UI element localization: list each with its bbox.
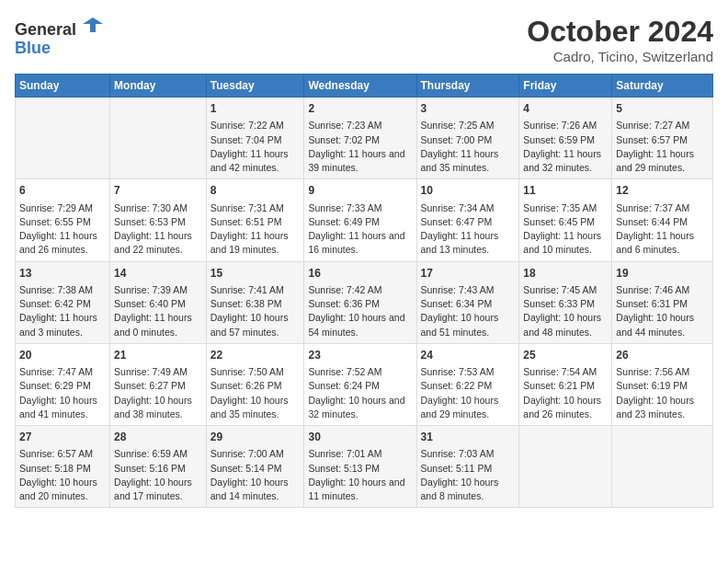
page-title: October 2024	[527, 15, 713, 49]
day-content: Sunrise: 6:59 AM Sunset: 5:16 PM Dayligh…	[114, 447, 202, 503]
day-number: 2	[308, 101, 412, 117]
day-number: 7	[114, 183, 202, 199]
day-content: Sunrise: 7:31 AM Sunset: 6:51 PM Dayligh…	[210, 201, 301, 258]
day-content: Sunrise: 7:47 AM Sunset: 6:29 PM Dayligh…	[19, 365, 106, 421]
day-number: 13	[19, 266, 106, 282]
calendar-cell: 25Sunrise: 7:54 AM Sunset: 6:21 PM Dayli…	[519, 343, 612, 425]
logo-blue: Blue	[15, 39, 51, 57]
calendar-cell: 27Sunrise: 6:57 AM Sunset: 5:18 PM Dayli…	[16, 426, 110, 508]
calendar-cell: 18Sunrise: 7:45 AM Sunset: 6:33 PM Dayli…	[519, 261, 612, 343]
day-number: 26	[616, 348, 709, 363]
day-number: 27	[19, 430, 106, 445]
calendar-cell: 13Sunrise: 7:38 AM Sunset: 6:42 PM Dayli…	[16, 261, 110, 343]
day-content: Sunrise: 6:57 AM Sunset: 5:18 PM Dayligh…	[19, 447, 106, 503]
day-number: 18	[523, 266, 608, 282]
calendar-cell: 4Sunrise: 7:26 AM Sunset: 6:59 PM Daylig…	[519, 98, 612, 179]
calendar-cell	[612, 426, 713, 508]
calendar-cell: 23Sunrise: 7:52 AM Sunset: 6:24 PM Dayli…	[304, 343, 416, 425]
day-content: Sunrise: 7:34 AM Sunset: 6:47 PM Dayligh…	[421, 201, 516, 258]
logo-general: General	[15, 20, 76, 39]
day-content: Sunrise: 7:39 AM Sunset: 6:40 PM Dayligh…	[114, 283, 202, 339]
calendar-cell: 30Sunrise: 7:01 AM Sunset: 5:13 PM Dayli…	[304, 426, 416, 508]
title-block: October 2024 Cadro, Ticino, Switzerland	[527, 15, 713, 64]
day-content: Sunrise: 7:30 AM Sunset: 6:53 PM Dayligh…	[114, 201, 202, 258]
calendar-cell: 17Sunrise: 7:43 AM Sunset: 6:34 PM Dayli…	[416, 261, 519, 343]
day-number: 1	[210, 101, 301, 117]
day-number: 16	[308, 266, 412, 282]
day-content: Sunrise: 7:33 AM Sunset: 6:49 PM Dayligh…	[308, 201, 412, 258]
day-content: Sunrise: 7:46 AM Sunset: 6:31 PM Dayligh…	[616, 283, 709, 339]
calendar-cell: 3Sunrise: 7:25 AM Sunset: 7:00 PM Daylig…	[416, 98, 519, 179]
day-content: Sunrise: 7:27 AM Sunset: 6:57 PM Dayligh…	[616, 119, 709, 175]
calendar-week-row: 13Sunrise: 7:38 AM Sunset: 6:42 PM Dayli…	[16, 261, 713, 343]
day-content: Sunrise: 7:25 AM Sunset: 7:00 PM Dayligh…	[421, 119, 516, 175]
day-content: Sunrise: 7:41 AM Sunset: 6:38 PM Dayligh…	[210, 283, 301, 339]
day-content: Sunrise: 7:23 AM Sunset: 7:02 PM Dayligh…	[308, 119, 412, 175]
day-number: 20	[19, 348, 106, 363]
day-number: 31	[421, 430, 516, 445]
day-content: Sunrise: 7:43 AM Sunset: 6:34 PM Dayligh…	[421, 283, 516, 339]
day-content: Sunrise: 7:54 AM Sunset: 6:21 PM Dayligh…	[523, 365, 608, 421]
calendar-cell: 20Sunrise: 7:47 AM Sunset: 6:29 PM Dayli…	[16, 343, 110, 425]
day-number: 6	[19, 183, 106, 199]
day-number: 28	[114, 430, 202, 445]
calendar-table: SundayMondayTuesdayWednesdayThursdayFrid…	[15, 74, 713, 508]
day-number: 21	[114, 348, 202, 363]
day-content: Sunrise: 7:35 AM Sunset: 6:45 PM Dayligh…	[523, 201, 608, 258]
day-content: Sunrise: 7:45 AM Sunset: 6:33 PM Dayligh…	[523, 283, 608, 339]
day-number: 5	[616, 101, 709, 117]
calendar-cell: 11Sunrise: 7:35 AM Sunset: 6:45 PM Dayli…	[519, 179, 612, 261]
day-content: Sunrise: 7:03 AM Sunset: 5:11 PM Dayligh…	[421, 447, 516, 503]
day-number: 9	[308, 183, 412, 199]
calendar-cell: 8Sunrise: 7:31 AM Sunset: 6:51 PM Daylig…	[206, 179, 304, 261]
day-content: Sunrise: 7:01 AM Sunset: 5:13 PM Dayligh…	[308, 447, 412, 503]
day-number: 23	[308, 348, 412, 363]
calendar-cell: 12Sunrise: 7:37 AM Sunset: 6:44 PM Dayli…	[612, 179, 713, 261]
day-number: 24	[421, 348, 516, 363]
calendar-cell: 10Sunrise: 7:34 AM Sunset: 6:47 PM Dayli…	[416, 179, 519, 261]
col-header-friday: Friday	[519, 75, 612, 98]
logo-line1: General	[15, 15, 103, 40]
calendar-cell	[110, 98, 207, 179]
day-number: 19	[616, 266, 709, 282]
calendar-cell: 19Sunrise: 7:46 AM Sunset: 6:31 PM Dayli…	[612, 261, 713, 343]
calendar-cell: 14Sunrise: 7:39 AM Sunset: 6:40 PM Dayli…	[110, 261, 207, 343]
calendar-cell: 15Sunrise: 7:41 AM Sunset: 6:38 PM Dayli…	[206, 261, 304, 343]
logo: General Blue	[15, 15, 103, 58]
day-content: Sunrise: 7:50 AM Sunset: 6:26 PM Dayligh…	[210, 365, 301, 421]
day-number: 22	[210, 348, 301, 363]
day-content: Sunrise: 7:52 AM Sunset: 6:24 PM Dayligh…	[308, 365, 412, 421]
day-content: Sunrise: 7:38 AM Sunset: 6:42 PM Dayligh…	[19, 283, 106, 339]
col-header-monday: Monday	[110, 75, 207, 98]
day-content: Sunrise: 7:26 AM Sunset: 6:59 PM Dayligh…	[523, 119, 608, 175]
day-number: 8	[210, 183, 301, 199]
day-content: Sunrise: 7:37 AM Sunset: 6:44 PM Dayligh…	[616, 201, 709, 258]
calendar-cell: 24Sunrise: 7:53 AM Sunset: 6:22 PM Dayli…	[416, 343, 519, 425]
calendar-cell: 5Sunrise: 7:27 AM Sunset: 6:57 PM Daylig…	[612, 98, 713, 179]
day-number: 4	[523, 101, 608, 117]
calendar-cell: 26Sunrise: 7:56 AM Sunset: 6:19 PM Dayli…	[612, 343, 713, 425]
day-number: 12	[616, 183, 709, 199]
calendar-week-row: 6Sunrise: 7:29 AM Sunset: 6:55 PM Daylig…	[16, 179, 713, 261]
day-number: 14	[114, 266, 202, 282]
day-number: 11	[523, 183, 608, 199]
col-header-thursday: Thursday	[416, 75, 519, 98]
calendar-header-row: SundayMondayTuesdayWednesdayThursdayFrid…	[16, 75, 713, 98]
day-content: Sunrise: 7:22 AM Sunset: 7:04 PM Dayligh…	[210, 119, 301, 175]
day-content: Sunrise: 7:00 AM Sunset: 5:14 PM Dayligh…	[210, 447, 301, 503]
day-number: 15	[210, 266, 301, 282]
day-number: 30	[308, 430, 412, 445]
calendar-cell: 16Sunrise: 7:42 AM Sunset: 6:36 PM Dayli…	[304, 261, 416, 343]
calendar-cell: 1Sunrise: 7:22 AM Sunset: 7:04 PM Daylig…	[206, 98, 304, 179]
col-header-saturday: Saturday	[612, 75, 713, 98]
day-content: Sunrise: 7:56 AM Sunset: 6:19 PM Dayligh…	[616, 365, 709, 421]
calendar-cell: 29Sunrise: 7:00 AM Sunset: 5:14 PM Dayli…	[206, 426, 304, 508]
calendar-cell: 22Sunrise: 7:50 AM Sunset: 6:26 PM Dayli…	[206, 343, 304, 425]
calendar-cell: 28Sunrise: 6:59 AM Sunset: 5:16 PM Dayli…	[110, 426, 207, 508]
day-content: Sunrise: 7:29 AM Sunset: 6:55 PM Dayligh…	[19, 201, 106, 258]
col-header-tuesday: Tuesday	[206, 75, 304, 98]
calendar-week-row: 1Sunrise: 7:22 AM Sunset: 7:04 PM Daylig…	[16, 98, 713, 179]
day-number: 29	[210, 430, 301, 445]
calendar-cell: 21Sunrise: 7:49 AM Sunset: 6:27 PM Dayli…	[110, 343, 207, 425]
calendar-cell	[519, 426, 612, 508]
